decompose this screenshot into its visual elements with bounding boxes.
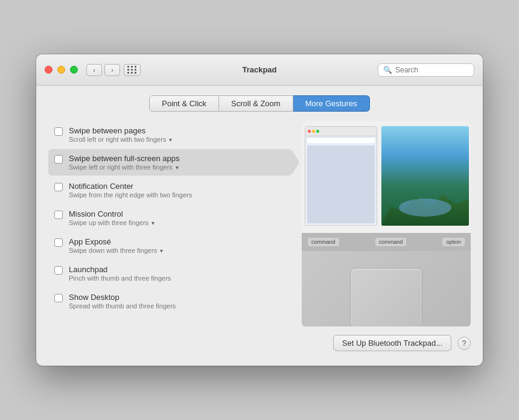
preview-image: command command option [302,121,471,326]
sublabel-notification-center: Swipe from the right edge with two finge… [69,191,192,199]
checkbox-notification-center[interactable] [54,183,63,191]
label-launchpad: Launchpad [69,265,171,274]
minimize-button[interactable] [57,66,65,74]
setting-swipe-fullscreen[interactable]: Swipe between full-screen apps Swipe lef… [48,149,292,176]
safari-minimize [312,130,315,133]
chevron-icon-app-expose: ▾ [160,247,163,254]
grid-button[interactable] [124,64,141,76]
main-area: Swipe between pages Scroll left or right… [48,121,471,326]
traffic-lights [45,66,78,74]
search-input[interactable] [395,66,469,74]
label-swipe-fullscreen: Swipe between full-screen apps [69,154,180,163]
setting-notification-center[interactable]: Notification Center Swipe from the right… [48,177,292,203]
safari-close [308,130,311,133]
key-option: option [442,238,465,246]
tab-point-click[interactable]: Point & Click [149,95,219,112]
safari-toolbar [305,127,377,136]
checkbox-swipe-pages[interactable] [54,127,63,136]
setting-text-mission-control: Mission Control Swipe up with three fing… [69,209,154,226]
selection-arrow [292,150,299,174]
setting-app-expose[interactable]: App Exposé Swipe down with three fingers… [48,232,292,259]
key-command-left: command [308,238,339,246]
tab-scroll-zoom[interactable]: Scroll & Zoom [219,95,293,112]
titlebar: ‹ › Trackpad 🔍 [36,54,483,86]
safari-body [307,145,375,223]
safari-window [305,126,377,226]
bottom-bar: Set Up Bluetooth Trackpad... ? [48,326,471,354]
label-notification-center: Notification Center [69,182,192,191]
search-box[interactable]: 🔍 [378,63,474,77]
help-button[interactable]: ? [457,337,471,350]
tabs: Point & Click Scroll & Zoom More Gesture… [48,95,471,112]
back-icon: ‹ [93,66,95,74]
setting-text-notification-center: Notification Center Swipe from the right… [69,182,192,199]
label-swipe-pages: Swipe between pages [69,126,172,135]
checkbox-mission-control[interactable] [54,211,63,219]
chevron-icon-mission-control: ▾ [151,220,154,226]
setup-bluetooth-button[interactable]: Set Up Bluetooth Trackpad... [333,335,451,351]
label-show-desktop: Show Desktop [69,293,176,302]
sublabel-swipe-pages: Scroll left or right with two fingers ▾ [69,136,172,143]
preview-area: command command option [302,121,471,326]
setting-text-app-expose: App Exposé Swipe down with three fingers… [69,237,163,254]
setting-text-show-desktop: Show Desktop Spread with thumb and three… [69,293,176,310]
maximize-button[interactable] [70,66,78,74]
tab-more-gestures[interactable]: More Gestures [293,95,370,112]
search-icon: 🔍 [383,66,392,74]
grid-icon [127,66,137,74]
key-command-right: command [375,238,407,246]
safari-maximize [316,130,319,133]
keyboard-bar: command command option [302,233,471,251]
sublabel-launchpad: Pinch with thumb and three fingers [69,275,171,282]
content-area: Point & Click Scroll & Zoom More Gesture… [36,86,483,366]
sublabel-app-expose: Swipe down with three fingers ▾ [69,247,163,254]
setting-mission-control[interactable]: Mission Control Swipe up with three fing… [48,205,292,231]
sublabel-show-desktop: Spread with thumb and three fingers [69,302,176,310]
checkbox-show-desktop[interactable] [54,294,63,302]
settings-list: Swipe between pages Scroll left or right… [48,121,292,326]
checkbox-app-expose[interactable] [54,238,63,247]
label-mission-control: Mission Control [69,209,154,218]
forward-arrow[interactable]: › [104,64,120,76]
trackpad-body [302,251,471,326]
label-app-expose: App Exposé [69,237,163,246]
preview-screen [302,121,471,233]
window-title: Trackpad [242,65,276,74]
safari-url-bar [307,138,375,143]
close-button[interactable] [45,66,53,74]
back-arrow[interactable]: ‹ [86,64,102,76]
forward-icon: › [111,66,113,74]
safari-content [305,136,377,225]
setting-show-desktop[interactable]: Show Desktop Spread with thumb and three… [48,288,292,314]
checkbox-launchpad[interactable] [54,266,63,275]
setting-swipe-pages[interactable]: Swipe between pages Scroll left or right… [48,121,292,148]
checkbox-swipe-fullscreen[interactable] [54,155,63,164]
lake [399,199,451,217]
nav-arrows: ‹ › [86,64,120,76]
nature-photo [381,126,469,226]
setting-text-swipe-fullscreen: Swipe between full-screen apps Swipe lef… [69,154,180,171]
setting-text-swipe-pages: Swipe between pages Scroll left or right… [69,126,172,143]
sublabel-swipe-fullscreen: Swipe left or right with three fingers ▾ [69,164,180,171]
setting-text-launchpad: Launchpad Pinch with thumb and three fin… [69,265,171,282]
trackpad-pad [350,268,422,327]
chevron-icon-swipe-fullscreen: ▾ [176,164,179,171]
chevron-icon-swipe-pages: ▾ [169,136,172,143]
setting-launchpad[interactable]: Launchpad Pinch with thumb and three fin… [48,260,292,287]
main-window: ‹ › Trackpad 🔍 Point & Click Scroll & Zo… [36,54,483,366]
sublabel-mission-control: Swipe up with three fingers ▾ [69,219,154,226]
